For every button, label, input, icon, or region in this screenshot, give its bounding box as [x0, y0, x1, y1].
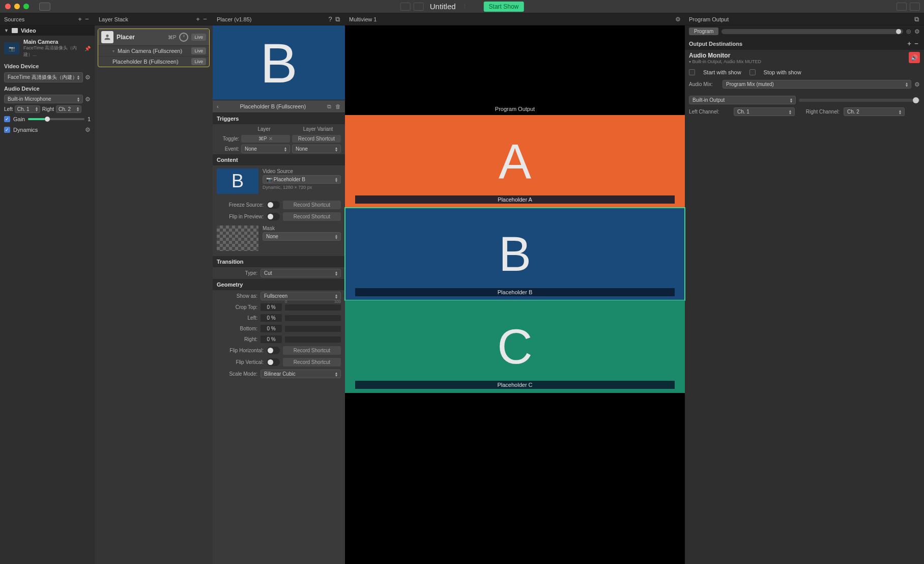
placer-header: Placer (v1.85) ? ⧉ — [213, 13, 345, 25]
start-with-show-checkbox[interactable] — [689, 69, 695, 75]
flip-horizontal-toggle[interactable] — [267, 347, 280, 354]
program-slider[interactable] — [721, 29, 903, 34]
gear-icon[interactable]: ⚙ — [914, 81, 920, 88]
copy-icon[interactable]: ⧉ — [327, 103, 331, 110]
crop-left-slider[interactable] — [285, 315, 341, 321]
maximize-window-button[interactable] — [23, 4, 29, 9]
crop-top-label: Crop Top: — [217, 304, 257, 310]
toolbar-icon-1[interactable] — [400, 3, 411, 11]
flip-preview-record-button[interactable]: Record Shortcut — [283, 212, 341, 221]
sources-header: Sources + − — [0, 13, 95, 25]
mask-select[interactable]: None▴▾ — [263, 232, 341, 241]
flip-h-record-button[interactable]: Record Shortcut — [283, 346, 341, 355]
add-destination-button[interactable]: + — [906, 40, 913, 47]
video-device-select[interactable]: FaceTime 高清摄像头（内建） ▴▾ — [4, 72, 83, 82]
scale-mode-label: Scale Mode: — [217, 371, 257, 377]
back-button[interactable]: ‹ — [217, 103, 219, 109]
popout-icon[interactable]: ⧉ — [913, 15, 920, 23]
live-badge[interactable]: Live — [191, 58, 206, 65]
content-section-header: Content — [213, 154, 345, 165]
crop-bottom-label: Bottom: — [217, 326, 257, 331]
source-main-camera[interactable]: 📷 Main Camera FaceTime 高清摄像头（内建）... 📌 — [0, 36, 95, 61]
freeze-source-label: Freeze Source: — [217, 202, 264, 208]
left-channel-out-select[interactable]: Ch. 1▴▾ — [734, 107, 795, 116]
layout-button-2[interactable] — [910, 3, 920, 11]
toggle-variant-field[interactable]: Record Shortcut — [292, 135, 341, 143]
video-source-select[interactable]: 📷 Placeholder B▴▾ — [263, 175, 341, 184]
crop-bottom-slider[interactable] — [285, 326, 341, 332]
event-layer-select[interactable]: None▴▾ — [241, 145, 290, 153]
close-window-button[interactable] — [5, 4, 11, 9]
event-variant-select[interactable]: None▴▾ — [292, 145, 341, 153]
gear-icon[interactable]: ⚙ — [85, 74, 91, 81]
add-layer-button[interactable]: + — [194, 15, 201, 23]
target-icon[interactable]: ◎ — [906, 28, 911, 35]
multiview-tile-a[interactable]: A Placeholder A — [345, 115, 685, 208]
freeze-record-button[interactable]: Record Shortcut — [283, 201, 341, 209]
toolbar-icon-2[interactable] — [414, 3, 424, 11]
audio-mix-select[interactable]: Program Mix (muted)▴▾ — [723, 80, 911, 89]
toggle-shortcut-field[interactable]: ⌘P✕ — [241, 135, 290, 143]
flip-preview-toggle[interactable] — [267, 213, 280, 220]
scale-mode-select[interactable]: Bilinear Cubic▴▾ — [261, 370, 341, 378]
right-channel-out-label: Right Channel: — [799, 109, 840, 115]
layer-variant-placeholder-b[interactable]: Placeholder B (Fullscreen) Live — [98, 56, 209, 67]
remove-source-button[interactable]: − — [83, 15, 91, 23]
remove-destination-button[interactable]: − — [913, 40, 920, 47]
dynamics-checkbox[interactable]: ✓ — [4, 127, 10, 133]
gain-slider[interactable] — [28, 118, 84, 120]
flip-vertical-label: Flip Vertical: — [217, 359, 264, 365]
select-arrows-icon: ▴▾ — [77, 75, 79, 80]
video-source-label: Video Source — [263, 168, 341, 174]
output-volume-slider[interactable] — [799, 99, 920, 102]
crop-top-slider[interactable]: 0100 — [285, 304, 341, 311]
popout-icon[interactable]: ⧉ — [334, 15, 341, 23]
source-subtitle: FaceTime 高清摄像头（内建）... — [23, 45, 80, 58]
crop-left-value[interactable]: 0 % — [261, 314, 282, 322]
crop-right-value[interactable]: 0 % — [261, 335, 282, 343]
placer-title: Placer (v1.85) — [217, 16, 251, 22]
left-channel-out-label: Left Channel: — [689, 109, 730, 115]
speaker-mute-icon[interactable]: 🔊 — [909, 52, 920, 63]
audio-device-select[interactable]: Built-in Microphone ▴▾ — [4, 95, 83, 103]
left-channel-select[interactable]: Ch. 1▴▾ — [15, 105, 40, 113]
remove-layer-button[interactable]: − — [201, 15, 209, 23]
layer-variant-main-camera[interactable]: ▾ Main Camera (Fullscreen) Live — [98, 45, 209, 56]
pin-icon[interactable]: 📌 — [84, 46, 91, 51]
live-badge[interactable]: Live — [191, 47, 206, 54]
layer-placer[interactable]: Placer ⌘P Live ▾ Main Camera (Fullscreen… — [98, 29, 210, 67]
freeze-source-toggle[interactable] — [267, 201, 280, 209]
gain-checkbox[interactable]: ✓ — [4, 116, 10, 122]
right-channel-out-select[interactable]: Ch. 2▴▾ — [844, 107, 905, 116]
tile-label: Placeholder C — [355, 381, 675, 389]
multiview-tile-b[interactable]: B Placeholder B — [345, 208, 685, 300]
help-button[interactable]: ? — [327, 15, 334, 23]
program-pill[interactable]: Program — [689, 27, 718, 35]
dynamics-label: Dynamics — [13, 127, 38, 133]
stop-with-show-checkbox[interactable] — [749, 69, 756, 75]
gear-icon[interactable]: ⚙ — [85, 126, 91, 133]
flip-vertical-toggle[interactable] — [267, 358, 280, 366]
add-source-button[interactable]: + — [76, 15, 83, 23]
trash-icon[interactable]: 🗑 — [335, 103, 341, 109]
gear-icon[interactable]: ⚙ — [675, 16, 681, 23]
start-show-button[interactable]: Start Show — [484, 2, 524, 12]
gear-icon[interactable]: ⚙ — [914, 28, 920, 35]
multiview-tile-c[interactable]: C Placeholder C — [345, 300, 685, 393]
transition-type-select[interactable]: Cut▴▾ — [261, 269, 341, 277]
crop-top-value[interactable]: 0 % — [261, 303, 282, 311]
toggle-sidebar-button[interactable] — [39, 3, 50, 11]
live-badge[interactable]: Live — [191, 34, 206, 41]
program-output-tile[interactable]: Program Output — [345, 33, 685, 115]
right-channel-select[interactable]: Ch. 2▴▾ — [56, 105, 81, 113]
flip-v-record-button[interactable]: Record Shortcut — [283, 358, 341, 366]
minimize-window-button[interactable] — [14, 4, 20, 9]
crop-right-slider[interactable] — [285, 336, 341, 343]
layout-button-1[interactable] — [897, 3, 907, 11]
video-section-header[interactable]: ▼ Video — [0, 25, 95, 36]
crop-bottom-value[interactable]: 0 % — [261, 325, 282, 332]
clock-icon[interactable] — [179, 33, 188, 42]
chevron-icon: ▾ — [112, 49, 114, 53]
gear-icon[interactable]: ⚙ — [85, 96, 91, 103]
output-device-select[interactable]: Built-in Output▴▾ — [689, 96, 796, 104]
